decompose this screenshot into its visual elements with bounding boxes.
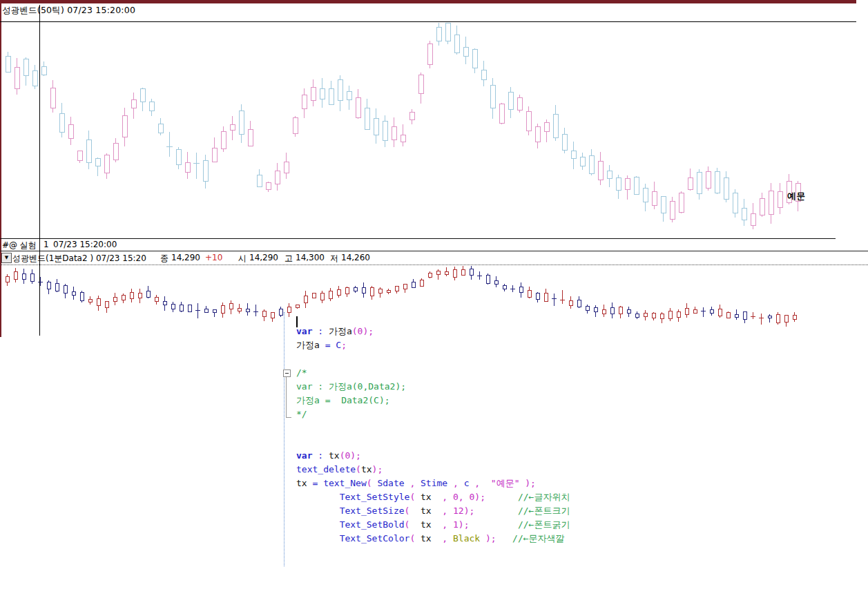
code-line[interactable]: */ xyxy=(296,407,570,421)
code-line[interactable]: 가정a = Data2(C); xyxy=(296,394,570,407)
close-label: 종 xyxy=(160,253,168,265)
tick-candlestick-chart[interactable] xyxy=(0,23,868,238)
minute-chart-header: ▼ 성광벤드(1분Data2 ) 07/23 15:20 종 14,290 +1… xyxy=(0,252,868,264)
code-line[interactable]: var : 가정a(0,Data2); xyxy=(296,380,570,394)
indicator-timestamp: 07/23 15:20:00 xyxy=(53,240,117,249)
high-label: 고 xyxy=(284,253,293,265)
code-line[interactable]: /* xyxy=(296,366,570,380)
indicator-row: #@ 실험 1 07/23 15:20:00 xyxy=(0,239,868,251)
code-line[interactable]: tx = text_New( Sdate , Stime , c , "예문" … xyxy=(296,477,570,490)
chart-window-title: 성광벤드(50틱) 07/23 15:20:00 xyxy=(2,5,416,20)
pane-divider-line xyxy=(39,5,40,336)
code-line[interactable]: var : tx(0); xyxy=(296,449,570,463)
code-line[interactable]: 가정a = C; xyxy=(296,338,570,352)
chart-text-object: 예문 xyxy=(787,191,806,202)
low-value: 14,260 xyxy=(341,253,370,262)
indicator-count: 1 xyxy=(44,240,49,249)
indicator-name: #@ 실험 xyxy=(2,240,37,251)
code-line[interactable] xyxy=(296,352,570,366)
code-line[interactable]: Text_SetColor( tx , Black ); //←문자색깔 xyxy=(296,532,570,546)
close-value: 14,290 xyxy=(171,253,200,262)
code-line[interactable]: Text_SetStyle( tx , 0, 0); //←글자위치 xyxy=(296,490,570,504)
chevron-down-icon[interactable]: ▼ xyxy=(1,253,12,263)
trading-app-window: 성광벤드(50틱) 07/23 15:20:00 예문 #@ 실험 1 07/2… xyxy=(0,0,868,596)
code-fold-icon[interactable] xyxy=(283,369,291,377)
code-line[interactable]: text_delete(tx); xyxy=(296,463,570,477)
low-label: 저 xyxy=(330,253,338,265)
change-value: +10 xyxy=(205,253,222,262)
code-line[interactable] xyxy=(296,421,570,435)
code-line[interactable]: Text_SetSize( tx , 12); //←폰트크기 xyxy=(296,504,570,518)
editor-indent-guide xyxy=(284,312,284,566)
high-value: 14,300 xyxy=(296,253,325,262)
code-line[interactable]: var : 가정a(0); xyxy=(296,325,570,338)
open-value: 14,290 xyxy=(249,253,278,262)
minute-chart-title: 성광벤드(1분Data2 ) 07/23 15:20 xyxy=(12,253,146,265)
indicator-row-divider xyxy=(0,251,868,251)
text-cursor xyxy=(296,316,298,327)
code-line[interactable] xyxy=(296,435,570,449)
open-label: 시 xyxy=(238,253,247,265)
title-divider xyxy=(0,21,856,22)
code-fold-line xyxy=(286,376,291,418)
window-title-strip xyxy=(0,0,856,3)
code-line[interactable]: Text_SetBold( tx , 1); //←폰트굵기 xyxy=(296,518,570,532)
script-editor[interactable]: var : 가정a(0);가정a = C; /*var : 가정a(0,Data… xyxy=(296,325,570,546)
